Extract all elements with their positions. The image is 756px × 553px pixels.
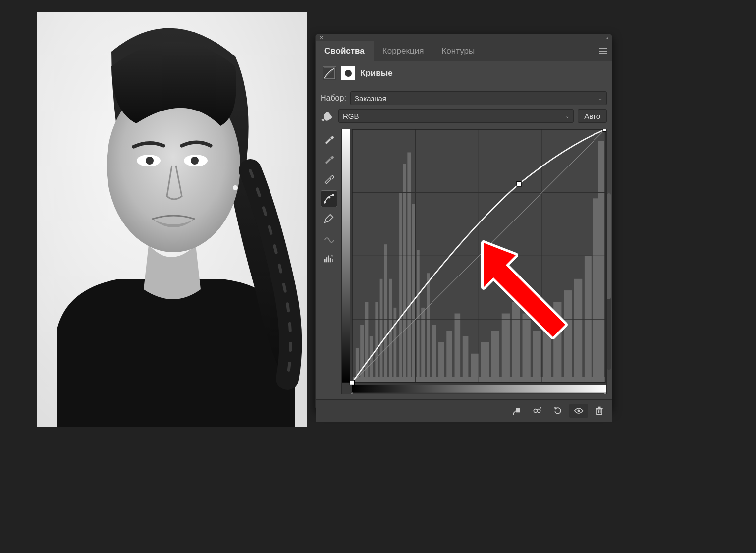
white-input-slider[interactable] xyxy=(602,393,606,394)
tab-adjustments[interactable]: Коррекция xyxy=(374,41,433,61)
clip-to-layer-icon[interactable] xyxy=(507,404,526,418)
svg-rect-23 xyxy=(370,336,373,383)
preset-value: Заказная xyxy=(355,94,386,103)
white-point-eyedropper-icon[interactable] xyxy=(321,170,337,187)
svg-rect-41 xyxy=(471,354,479,383)
svg-rect-26 xyxy=(384,244,387,383)
svg-rect-31 xyxy=(407,152,411,382)
svg-rect-71 xyxy=(596,408,602,409)
svg-rect-35 xyxy=(427,273,430,383)
svg-rect-48 xyxy=(543,319,551,383)
svg-rect-16 xyxy=(342,129,350,383)
tab-paths[interactable]: Контуры xyxy=(432,41,484,61)
layer-mask-icon[interactable] xyxy=(341,66,355,80)
svg-rect-47 xyxy=(533,331,540,382)
panel-scrollbar[interactable] xyxy=(607,193,611,370)
svg-rect-54 xyxy=(598,141,604,383)
curve-point-shadows[interactable] xyxy=(350,380,354,385)
svg-rect-36 xyxy=(432,325,436,383)
channel-select[interactable]: RGB ⌄ xyxy=(338,109,574,123)
preset-label: Набор: xyxy=(321,94,346,103)
svg-rect-13 xyxy=(328,256,329,263)
properties-panel: × ‹‹ Свойства Коррекция Контуры Кривые Н… xyxy=(315,34,612,410)
tab-properties[interactable]: Свойства xyxy=(316,41,374,61)
svg-rect-42 xyxy=(481,342,489,383)
svg-rect-22 xyxy=(365,302,368,383)
svg-point-10 xyxy=(332,194,334,196)
svg-rect-44 xyxy=(502,313,510,382)
svg-rect-49 xyxy=(553,302,561,383)
curve-point-midtone[interactable] xyxy=(517,182,521,186)
svg-rect-37 xyxy=(438,342,444,383)
panel-menu-icon[interactable] xyxy=(599,48,607,54)
svg-rect-63 xyxy=(516,408,520,412)
svg-point-4 xyxy=(146,157,154,165)
reset-icon[interactable] xyxy=(548,404,567,418)
svg-rect-53 xyxy=(593,198,598,382)
svg-rect-24 xyxy=(375,302,378,383)
svg-text:!: ! xyxy=(332,258,333,263)
svg-point-64 xyxy=(534,409,537,413)
view-previous-state-icon[interactable] xyxy=(528,404,546,418)
curve-point-tool-icon[interactable] xyxy=(321,190,337,207)
adjustment-header: Кривые xyxy=(316,61,612,85)
delete-adjustment-icon[interactable] xyxy=(590,404,609,418)
chevron-down-icon: ⌄ xyxy=(598,96,602,101)
curve-point-highlights[interactable] xyxy=(603,129,606,132)
svg-rect-11 xyxy=(324,259,326,262)
svg-rect-25 xyxy=(380,279,383,383)
histogram-clip-icon[interactable]: ! xyxy=(321,250,337,267)
svg-rect-39 xyxy=(455,313,461,382)
collapse-panel-icon[interactable]: ‹‹ xyxy=(606,35,608,41)
preset-row: Набор: Заказная ⌄ xyxy=(321,91,607,105)
channel-value: RGB xyxy=(343,112,359,120)
svg-rect-46 xyxy=(523,313,531,382)
chevron-down-icon: ⌄ xyxy=(565,113,569,119)
svg-rect-45 xyxy=(512,302,520,383)
smooth-curve-icon[interactable] xyxy=(321,230,337,247)
svg-rect-72 xyxy=(598,407,601,408)
channel-row: RGB ⌄ Авто xyxy=(321,109,607,123)
black-point-eyedropper-icon[interactable] xyxy=(321,131,337,148)
panel-titlebar: × ‹‹ xyxy=(316,34,612,41)
pencil-tool-icon[interactable] xyxy=(321,210,337,227)
curves-adjustment-icon[interactable] xyxy=(323,66,336,80)
adjustment-title: Кривые xyxy=(360,68,393,78)
svg-rect-12 xyxy=(326,257,328,262)
svg-point-5 xyxy=(191,157,199,165)
black-input-slider[interactable] xyxy=(349,393,356,394)
toggle-visibility-icon[interactable] xyxy=(569,404,588,418)
gray-point-eyedropper-icon[interactable] xyxy=(321,151,337,167)
document-canvas-image xyxy=(37,12,307,427)
svg-point-6 xyxy=(233,185,238,190)
auto-button[interactable]: Авто xyxy=(578,109,607,123)
targeted-adjust-icon[interactable] xyxy=(321,109,334,123)
svg-rect-68 xyxy=(597,409,602,415)
svg-point-8 xyxy=(324,201,326,204)
close-panel-icon[interactable]: × xyxy=(320,34,323,41)
svg-rect-29 xyxy=(399,193,402,383)
svg-point-9 xyxy=(328,196,331,199)
svg-rect-14 xyxy=(330,258,331,262)
svg-rect-38 xyxy=(446,331,452,382)
svg-point-67 xyxy=(578,410,580,412)
svg-rect-40 xyxy=(463,336,469,383)
curves-area: ! xyxy=(321,129,607,394)
svg-point-65 xyxy=(537,409,540,413)
svg-rect-51 xyxy=(574,279,582,383)
curves-tools: ! xyxy=(321,129,337,394)
svg-rect-17 xyxy=(352,385,606,392)
panel-tabs: Свойства Коррекция Контуры xyxy=(316,41,612,61)
svg-rect-50 xyxy=(564,290,572,383)
curves-graph[interactable] xyxy=(341,129,607,394)
svg-rect-32 xyxy=(412,204,415,383)
svg-rect-30 xyxy=(403,164,406,383)
svg-rect-43 xyxy=(491,331,499,382)
preset-select[interactable]: Заказная ⌄ xyxy=(350,91,607,105)
panel-footer xyxy=(316,399,612,422)
